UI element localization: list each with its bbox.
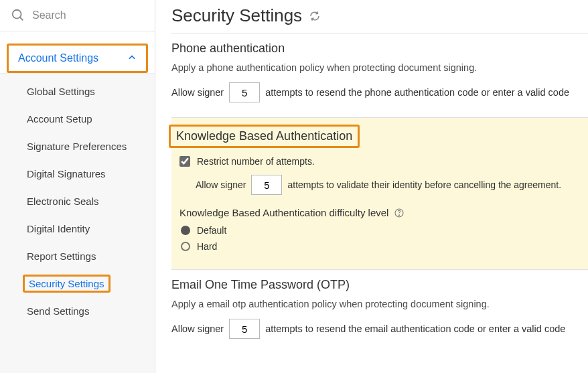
sidebar-section-account-settings[interactable]: Account Settings — [7, 44, 148, 73]
phone-auth-desc: Apply a phone authentication policy when… — [171, 62, 588, 73]
sidebar-item-electronic-seals[interactable]: Electronic Seals — [0, 188, 155, 215]
otp-attempts-row: Allow signer attempts to resend the emai… — [171, 319, 588, 339]
kba-restrict-checkbox[interactable] — [179, 156, 190, 167]
phone-auth-heading: Phone authentication — [171, 42, 588, 56]
chevron-up-icon — [127, 53, 137, 64]
svg-point-3 — [399, 214, 400, 215]
kba-attempts-input[interactable] — [251, 175, 282, 195]
svg-point-0 — [13, 10, 21, 19]
sidebar-item-send-settings[interactable]: Send Settings — [0, 297, 155, 325]
kba-difficulty-heading: Knowledge Based Authentication difficult… — [179, 207, 588, 218]
sidebar-menu: Global Settings Account Setup Signature … — [0, 73, 155, 373]
sidebar-item-security-settings[interactable]: Security Settings — [0, 270, 155, 297]
kba-attempts-row: Allow signer attempts to validate their … — [196, 175, 588, 195]
search-input[interactable]: Search — [0, 0, 155, 31]
phone-auth-attempts-row: Allow signer attempts to resend the phon… — [171, 82, 588, 102]
otp-section: Email One Time Password (OTP) Apply a em… — [171, 269, 588, 354]
main-content: Security Settings Phone authentication A… — [155, 0, 588, 373]
kba-radio-default[interactable]: Default — [181, 225, 588, 236]
sidebar-item-digital-signatures[interactable]: Digital Signatures — [0, 160, 155, 188]
kba-heading: Knowledge Based Authentication — [176, 129, 352, 143]
phone-attempts-input[interactable] — [229, 82, 260, 102]
radio-empty-icon — [181, 242, 190, 251]
sidebar-item-digital-identity[interactable]: Digital Identity — [0, 215, 155, 242]
otp-desc: Apply a email otp authentication policy … — [171, 299, 588, 309]
kba-restrict-label: Restrict number of attempts. — [197, 156, 315, 167]
kba-section: Knowledge Based Authentication Restrict … — [171, 117, 588, 269]
refresh-icon[interactable] — [309, 10, 321, 22]
sidebar-item-report-settings[interactable]: Report Settings — [0, 242, 155, 270]
sidebar-item-account-setup[interactable]: Account Setup — [0, 105, 155, 133]
otp-attempts-input[interactable] — [229, 319, 260, 339]
search-icon — [11, 8, 25, 23]
page-title: Security Settings — [171, 5, 588, 33]
sidebar-section-label: Account Settings — [18, 52, 98, 64]
otp-heading: Email One Time Password (OTP) — [171, 278, 588, 292]
phone-auth-section: Phone authentication Apply a phone authe… — [171, 33, 588, 117]
svg-line-1 — [20, 17, 23, 21]
search-placeholder: Search — [32, 9, 66, 21]
help-icon[interactable] — [394, 208, 405, 218]
sidebar: Search Account Settings Global Settings … — [0, 0, 155, 373]
kba-radio-hard[interactable]: Hard — [181, 241, 588, 252]
sidebar-item-signature-preferences[interactable]: Signature Preferences — [0, 133, 155, 160]
kba-restrict-row: Restrict number of attempts. — [179, 156, 588, 167]
sidebar-item-global-settings[interactable]: Global Settings — [0, 78, 155, 105]
radio-filled-icon — [181, 226, 190, 235]
